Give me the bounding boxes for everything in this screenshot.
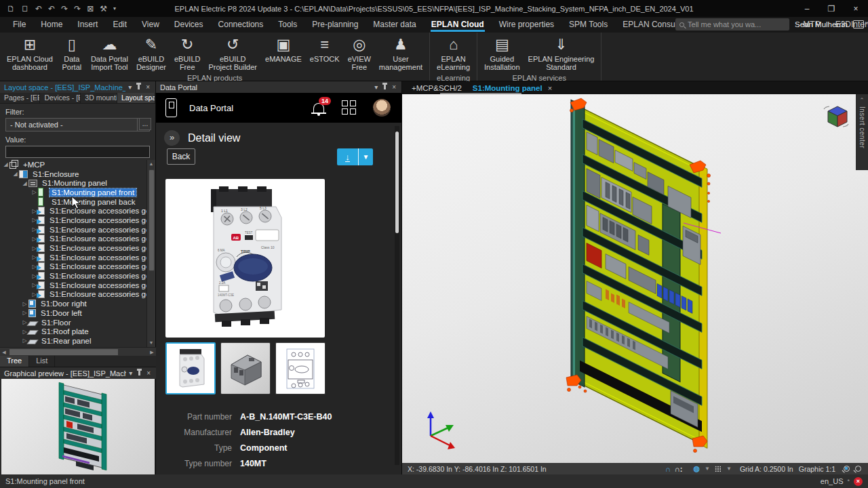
object-snap-icon[interactable]: ∩:: [673, 465, 685, 473]
menu-tools[interactable]: Tools: [271, 18, 304, 32]
undo-icon[interactable]: ↶: [48, 4, 55, 14]
tree-item-mcp[interactable]: ◢+MCP: [0, 160, 146, 169]
grid-display-icon[interactable]: [715, 466, 722, 472]
expander-icon[interactable]: ◢: [22, 180, 28, 186]
tab-layout-spa[interactable]: Layout spa...: [117, 93, 155, 103]
menu-devices[interactable]: Devices: [167, 18, 211, 32]
pin-icon[interactable]: [138, 85, 140, 89]
pin-icon[interactable]: [138, 371, 140, 375]
undo-history-icon[interactable]: ↶: [35, 4, 42, 14]
chevron-down-icon[interactable]: ▼: [724, 466, 734, 472]
minimize-button[interactable]: –: [795, 0, 819, 17]
panel-menu-icon[interactable]: ▾: [125, 83, 134, 91]
eplan-cloud-dashboard-button[interactable]: ⊞EPLAN Clouddashboard: [3, 34, 57, 72]
collapse-panel-button[interactable]: »: [164, 130, 180, 146]
thumbnail-photo[interactable]: [165, 342, 216, 394]
view-cube[interactable]: [824, 106, 848, 127]
tell-me-search-input[interactable]: Tell me what you wa...: [675, 18, 789, 30]
menu-pre-planning[interactable]: Pre-planning: [304, 18, 366, 32]
open-page-icon[interactable]: 🗌: [21, 4, 29, 14]
qat-more-icon[interactable]: ▾: [113, 5, 116, 12]
tree-item-s1-mounting-panel-back[interactable]: S1:Mounting panel back: [0, 197, 146, 207]
panel-menu-icon[interactable]: ▾: [372, 83, 380, 91]
tree-item-s1-enclosure-accessories-general[interactable]: ▷S1:Enclosure accessories general: [0, 235, 146, 244]
panel-close-icon[interactable]: ×: [389, 83, 399, 91]
zoom-window-icon[interactable]: [844, 466, 850, 472]
tree-item-s1-enclosure-accessories-general[interactable]: ▷S1:Enclosure accessories general: [0, 253, 146, 262]
panel-menu-icon[interactable]: ▾: [126, 369, 135, 377]
ebuild-designer-button[interactable]: ✎eBUILDDesigner: [132, 34, 170, 72]
layer-visibility-icon[interactable]: ◍: [691, 464, 702, 473]
tree-item-s1-door-right[interactable]: ▷S1:Door right: [0, 299, 146, 308]
language-indicator[interactable]: en_US: [821, 477, 844, 485]
tree-horizontal-scrollbar[interactable]: ◀ ▶: [0, 347, 156, 356]
emanage-button[interactable]: ▣eMANAGE: [261, 34, 306, 64]
eplan-elearning-button[interactable]: ⌂EPLANeLearning: [433, 34, 474, 72]
scroll-up-icon[interactable]: ▲: [147, 160, 155, 168]
tree-item-s1-enclosure-accessories-general[interactable]: ▷S1:Enclosure accessories general: [0, 262, 146, 272]
menu-eplan-cloud[interactable]: EPLAN Cloud: [424, 18, 492, 32]
estock-button[interactable]: ≡eSTOCK: [306, 34, 344, 64]
tab-pages-ee[interactable]: Pages - [EE...: [0, 93, 40, 103]
user-name[interactable]: Sean Mulherrin: [795, 20, 848, 28]
menu-wire-properties[interactable]: Wire properties: [492, 18, 561, 32]
eplan-engineering-standard-button[interactable]: ⇓EPLAN EngineeringStandard: [524, 34, 599, 72]
user-management-button[interactable]: ♟Usermanagement: [375, 34, 427, 72]
tree-item-s1-enclosure-accessories-general[interactable]: ▷S1:Enclosure accessories general: [0, 281, 146, 290]
tree-item-s1-mounting-panel[interactable]: ◢S1:Mounting panel: [0, 178, 146, 188]
table-delete-icon[interactable]: ⊠: [87, 4, 94, 14]
tab-3d-mounti[interactable]: 3D mounti...: [81, 93, 117, 103]
tab-list[interactable]: List: [29, 356, 55, 367]
expander-icon[interactable]: ▷: [22, 310, 28, 316]
viewport-tab-s1-mounting-panel[interactable]: S1:Mounting panel: [467, 83, 548, 94]
thumbnail-line-drawing[interactable]: [275, 342, 326, 394]
eview-free-button[interactable]: ◎eVIEWFree: [344, 34, 375, 72]
redo-history-icon[interactable]: ↷: [74, 4, 81, 14]
menu-master-data[interactable]: Master data: [366, 18, 423, 32]
new-page-icon[interactable]: 🗋: [7, 4, 15, 14]
tree-item-s1-door-left[interactable]: ▷S1:Door left: [0, 308, 146, 318]
download-button[interactable]: ↓: [337, 148, 358, 165]
apps-grid-icon[interactable]: [342, 100, 357, 115]
tree-item-s1-enclosure-accessories-general[interactable]: ▷S1:Enclosure accessories general: [0, 290, 146, 300]
filter-more-button[interactable]: ...: [139, 118, 151, 130]
filter-dropdown[interactable]: - Not activated - ▼: [5, 118, 150, 131]
expander-icon[interactable]: ▷: [22, 301, 28, 307]
data-portal-import-tool-button[interactable]: ☁Data PortalImport Tool: [87, 34, 132, 72]
expander-icon[interactable]: ▷: [31, 189, 37, 195]
download-options-button[interactable]: ▼: [358, 148, 373, 165]
menu-edit[interactable]: Edit: [105, 18, 134, 32]
menu-insert[interactable]: Insert: [70, 18, 105, 32]
guided-installation-button[interactable]: ▤GuidedInstallation: [480, 34, 524, 72]
viewport-3d-canvas[interactable]: ⌃ Insert center: [402, 94, 868, 463]
tab-tree[interactable]: Tree: [0, 356, 29, 367]
tree-item-s1-enclosure-accessories-general[interactable]: ▷S1:Enclosure accessories general: [0, 206, 146, 216]
tab-devices-e[interactable]: Devices - [E...: [40, 93, 81, 103]
error-indicator[interactable]: ×: [854, 477, 863, 486]
thumbnail-3d-model[interactable]: [220, 342, 271, 394]
tree-item-s1-roof-plate[interactable]: ▷S1:Roof plate: [0, 327, 146, 336]
tree-item-s1-enclosure[interactable]: ◢S1:Enclosure: [0, 169, 146, 179]
viewport-tab-mcp-sch-2[interactable]: +MCP&SCH/2: [406, 83, 467, 94]
tree-item-s1-floor[interactable]: ▷S1:Floor: [0, 318, 146, 327]
menu-view[interactable]: View: [134, 18, 167, 32]
data-portal-scrollbar[interactable]: [395, 126, 399, 465]
back-button[interactable]: Back: [167, 148, 195, 165]
restore-button[interactable]: ❐: [819, 0, 844, 17]
pin-icon[interactable]: ⌃: [859, 97, 865, 104]
tree-item-s1-rear-panel[interactable]: ▷S1:Rear panel: [0, 336, 146, 346]
expander-icon[interactable]: ◢: [12, 171, 18, 177]
tree-vertical-scrollbar[interactable]: ▲ ▼: [146, 160, 155, 347]
redo-icon[interactable]: ↷: [61, 4, 68, 14]
data-portal-button[interactable]: ▯DataPortal: [57, 34, 87, 72]
tools-icon[interactable]: ⚒: [100, 4, 107, 14]
expander-icon[interactable]: ◢: [3, 161, 9, 167]
notifications-button[interactable]: 14: [313, 103, 324, 113]
tree-item-s1-enclosure-accessories-general[interactable]: ▷S1:Enclosure accessories general: [0, 216, 146, 225]
tree-item-s1-enclosure-accessories-general[interactable]: ▷S1:Enclosure accessories general: [0, 243, 146, 253]
snap-icon[interactable]: ∩: [663, 465, 673, 473]
workspace-icon[interactable]: [853, 20, 864, 28]
panel-close-icon[interactable]: ×: [143, 83, 153, 91]
ebuild-free-button[interactable]: ↻eBUILDFree: [170, 34, 205, 72]
ebuild-project-builder-button[interactable]: ↺eBUILDProject Builder: [204, 34, 261, 72]
